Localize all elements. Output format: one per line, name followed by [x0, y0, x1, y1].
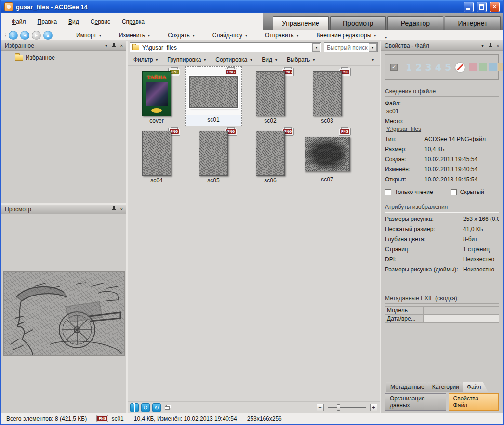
rotate-right-button[interactable]: ↻: [152, 403, 161, 412]
filter-overflow-icon[interactable]: ▾: [372, 58, 374, 62]
rating-3[interactable]: 3: [425, 62, 431, 73]
pin-icon[interactable]: [112, 206, 116, 212]
delete-button[interactable]: [130, 403, 139, 412]
status-dimensions: 253x166x256: [242, 413, 287, 424]
toolbar-grip[interactable]: ⋮⋮: [3, 33, 6, 37]
modified-label: Изменён:: [385, 166, 424, 173]
file-tile-sc06[interactable]: PNG sc06: [242, 126, 299, 186]
zoom-slider-thumb[interactable]: [337, 404, 340, 411]
tagged-checkbox[interactable]: ✓: [390, 64, 398, 71]
rotate-ccw-icon: ↺: [143, 404, 148, 411]
rating-4[interactable]: 4: [435, 62, 441, 73]
compare-button[interactable]: [163, 403, 172, 412]
file-tile-sc01-selected[interactable]: PNG sc01: [185, 66, 242, 126]
address-dropdown-button[interactable]: ▾: [312, 43, 320, 52]
readonly-option[interactable]: Только чтение: [385, 189, 433, 195]
home-button[interactable]: ⌂: [9, 31, 18, 40]
minimize-button[interactable]: [464, 2, 474, 12]
rating-2[interactable]: 2: [415, 62, 422, 73]
select-button[interactable]: Выбрать▾: [287, 56, 315, 63]
zoom-slider-track[interactable]: [328, 407, 366, 408]
file-name-label: sc01: [186, 115, 241, 126]
location-link[interactable]: Y:\gusar_files: [386, 126, 421, 132]
sorting-button[interactable]: Сортировка▾: [215, 56, 252, 63]
import-button[interactable]: Импорт▾: [73, 30, 104, 40]
menu-file[interactable]: Файл: [7, 16, 30, 27]
close-icon[interactable]: ×: [497, 43, 499, 48]
menu-tools[interactable]: Сервис: [86, 16, 115, 27]
pin-icon[interactable]: [112, 43, 116, 48]
file-tile-sc04[interactable]: PNG sc04: [128, 126, 185, 186]
organize-button[interactable]: Организация данных: [385, 393, 446, 411]
rotate-cw-icon: ↻: [154, 404, 159, 411]
grouping-button[interactable]: Группировка▾: [167, 56, 206, 63]
tab-categories[interactable]: Категории: [428, 382, 466, 392]
close-icon[interactable]: ×: [120, 207, 123, 212]
preview-image[interactable]: [4, 272, 124, 355]
file-tile-cover[interactable]: JPG ТАЙНА cover: [128, 66, 185, 126]
toolbar-overflow-icon[interactable]: ▾: [385, 35, 387, 40]
readonly-checkbox[interactable]: [385, 189, 391, 195]
thumbnail-image: [142, 131, 171, 176]
status-total: Всего элементов: 8 (421,5 КБ): [1, 413, 92, 424]
chevron-down-icon[interactable]: ▾: [481, 43, 484, 48]
file-flags: Только чтение Скрытый: [385, 189, 499, 195]
file-tile-sc07[interactable]: PNG sc07: [299, 126, 356, 186]
forward-button[interactable]: ►: [32, 31, 41, 40]
inches-value: Неизвестно: [463, 266, 499, 273]
tab-editor[interactable]: Редактор: [387, 16, 443, 30]
type-label: Тип:: [385, 136, 424, 142]
tab-manage[interactable]: Управление: [273, 16, 329, 30]
cover-book-title: ТАЙНА: [147, 74, 166, 80]
tab-file[interactable]: Файл: [463, 382, 488, 392]
up-button[interactable]: ▲: [43, 31, 53, 40]
zoom-out-button[interactable]: −: [317, 404, 324, 411]
maximize-button[interactable]: [477, 2, 487, 12]
send-button[interactable]: Отправить▾: [262, 30, 302, 40]
rating-1[interactable]: 1: [406, 62, 412, 73]
file-tile-sc03[interactable]: PNG sc03: [299, 66, 356, 126]
file-name-label: sc02: [242, 116, 298, 127]
slideshow-button[interactable]: Слайд-шоу▾: [210, 30, 250, 40]
file-tile-sc05[interactable]: PNG sc05: [185, 126, 242, 186]
close-button[interactable]: ×: [490, 2, 500, 12]
color-labels: [469, 63, 503, 71]
modify-button[interactable]: Изменить▾: [116, 30, 153, 40]
properties-body: ✓ 1 2 3 4 5: [381, 51, 503, 413]
color-label-blue[interactable]: [489, 63, 497, 71]
view-button[interactable]: Вид▾: [262, 56, 277, 63]
chevron-down-icon[interactable]: ▾: [105, 43, 107, 48]
create-button[interactable]: Создать▾: [165, 30, 198, 40]
zoom-in-button[interactable]: +: [370, 404, 377, 411]
pin-icon[interactable]: [488, 43, 492, 48]
menu-help[interactable]: Справка: [118, 16, 149, 27]
properties-file-button[interactable]: Свойства - Файл: [449, 393, 499, 411]
menu-edit[interactable]: Правка: [33, 16, 62, 27]
rating-5[interactable]: 5: [445, 62, 451, 73]
color-label-green[interactable]: [479, 63, 487, 71]
address-bar[interactable]: Y:\gusar_files ▾: [130, 42, 321, 52]
back-button[interactable]: ◄: [20, 31, 29, 40]
modified-value: 10.02.2013 19:40:54: [424, 166, 499, 173]
rotate-left-button[interactable]: ↺: [141, 403, 150, 412]
search-dropdown-button[interactable]: ▾: [369, 43, 377, 52]
tab-view[interactable]: Просмотр: [330, 16, 386, 30]
filter-button[interactable]: Фильтр▾: [133, 56, 158, 63]
color-label-tan[interactable]: [498, 63, 503, 71]
tab-internet[interactable]: Интернет: [445, 16, 501, 30]
hidden-option[interactable]: Скрытый: [451, 189, 484, 195]
menu-view[interactable]: Вид: [64, 16, 83, 27]
no-rating-icon[interactable]: [455, 63, 465, 72]
tree-item-favorites[interactable]: Избранное: [4, 54, 124, 62]
external-editors-button[interactable]: Внешние редакторы▾: [314, 30, 379, 40]
status-file-name: sc01: [111, 415, 123, 422]
tab-metadata[interactable]: Метаданные: [386, 382, 431, 392]
chevron-down-icon: ▾: [245, 33, 247, 38]
search-input[interactable]: [327, 44, 369, 51]
color-label-red[interactable]: [469, 63, 477, 71]
properties-header: Свойства - Файл ▾ ×: [381, 41, 503, 51]
close-icon[interactable]: ×: [120, 43, 123, 48]
left-column: Избранное ▾ × Избранное Просмотр: [1, 41, 128, 413]
file-tile-sc02[interactable]: PNG sc02: [242, 66, 299, 126]
hidden-checkbox[interactable]: [451, 189, 457, 195]
